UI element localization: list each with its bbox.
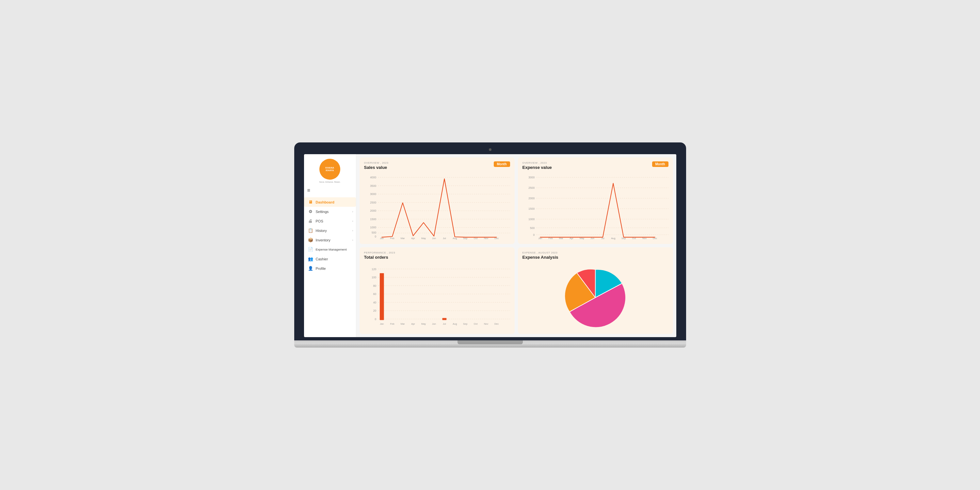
svg-text:Sep: Sep bbox=[463, 323, 467, 325]
sidebar-item-cashier[interactable]: 👥 Cashier bbox=[304, 254, 356, 264]
orders-chart-meta: PERFORMANCE , 2023 bbox=[364, 251, 395, 254]
svg-text:Dec: Dec bbox=[494, 323, 499, 325]
expense-analysis-header: EXPENSE , AUGUST 2023 Expense Analysis bbox=[522, 251, 668, 260]
pos-icon: 🖨 bbox=[308, 218, 313, 223]
svg-text:2500: 2500 bbox=[528, 186, 535, 189]
sidebar-item-label: Expense Management bbox=[316, 248, 347, 251]
svg-text:0: 0 bbox=[375, 235, 376, 238]
orders-chart-title: Total orders bbox=[364, 255, 395, 260]
svg-text:0: 0 bbox=[533, 233, 535, 237]
svg-text:Feb: Feb bbox=[390, 323, 394, 325]
expense-chart-meta: OVERVIEW , 2023 bbox=[522, 161, 552, 164]
expense-pie-chart-svg bbox=[563, 265, 628, 330]
chevron-right-icon: › bbox=[352, 239, 353, 242]
svg-text:100: 100 bbox=[372, 276, 376, 279]
cashier-icon: 👥 bbox=[308, 256, 313, 261]
expense-analysis-card: EXPENSE , AUGUST 2023 Expense Analysis bbox=[518, 247, 673, 334]
main-content: OVERVIEW , 2023 Sales value Month bbox=[356, 154, 676, 337]
svg-text:1000: 1000 bbox=[528, 218, 535, 221]
svg-text:May: May bbox=[421, 237, 425, 240]
svg-text:500: 500 bbox=[372, 231, 376, 234]
dashboard-icon: 🖥 bbox=[308, 200, 313, 205]
sidebar-item-label: Settings bbox=[316, 210, 329, 214]
svg-text:60: 60 bbox=[373, 293, 376, 296]
sidebar-item-label: Profile bbox=[316, 267, 326, 270]
expense-analysis-meta: EXPENSE , AUGUST 2023 bbox=[522, 251, 558, 254]
svg-text:2000: 2000 bbox=[370, 209, 376, 212]
svg-text:2000: 2000 bbox=[528, 197, 535, 200]
sidebar-item-inventory[interactable]: 📦 Inventory › bbox=[304, 235, 356, 245]
svg-text:Apr: Apr bbox=[411, 323, 415, 325]
svg-text:0: 0 bbox=[375, 318, 376, 321]
sales-line-chart-svg: 4000 3500 3000 2500 2000 1500 1000 500 0 bbox=[364, 172, 510, 242]
svg-text:Feb: Feb bbox=[390, 237, 394, 240]
svg-text:3000: 3000 bbox=[528, 176, 535, 179]
chevron-right-icon: › bbox=[352, 220, 353, 223]
svg-text:Jun: Jun bbox=[432, 237, 436, 240]
settings-icon: ⚙ bbox=[308, 209, 313, 214]
pie-chart-container bbox=[522, 264, 668, 331]
svg-text:May: May bbox=[421, 323, 425, 325]
expense-chart-header: OVERVIEW , 2023 Expense value Month bbox=[522, 161, 668, 170]
svg-text:500: 500 bbox=[530, 226, 535, 230]
sales-chart-title: Sales value bbox=[364, 165, 388, 170]
svg-text:Aug: Aug bbox=[453, 237, 457, 240]
chevron-right-icon: › bbox=[352, 229, 353, 232]
orders-chart-area: 120 100 80 60 40 20 0 Jan Feb Mar bbox=[364, 262, 510, 331]
sidebar-item-dashboard[interactable]: 🖥 Dashboard bbox=[304, 197, 356, 207]
laptop-base bbox=[294, 340, 686, 348]
expense-month-button[interactable]: Month bbox=[652, 161, 668, 167]
sales-chart-meta: OVERVIEW , 2023 bbox=[364, 161, 388, 164]
sidebar-item-pos[interactable]: 🖨 POS › bbox=[304, 216, 356, 226]
svg-text:Apr: Apr bbox=[411, 237, 415, 240]
svg-text:20: 20 bbox=[373, 309, 376, 312]
sidebar-item-label: POS bbox=[316, 219, 323, 223]
camera bbox=[489, 148, 492, 151]
sales-chart-header: OVERVIEW , 2023 Sales value Month bbox=[364, 161, 510, 170]
svg-text:Nov: Nov bbox=[484, 323, 488, 325]
sales-chart-card: OVERVIEW , 2023 Sales value Month bbox=[360, 158, 515, 244]
sales-chart-area: 4000 3500 3000 2500 2000 1500 1000 500 0 bbox=[364, 172, 510, 242]
expense-chart-area: 3000 2500 2000 1500 1000 500 0 Jan Feb bbox=[522, 172, 668, 242]
expense-analysis-title: Expense Analysis bbox=[522, 255, 558, 260]
orders-chart-card: PERFORMANCE , 2023 Total orders bbox=[360, 247, 515, 334]
expense-icon: 📄 bbox=[308, 247, 313, 252]
svg-text:Oct: Oct bbox=[474, 323, 478, 325]
hamburger-icon[interactable]: ≡ bbox=[304, 186, 356, 195]
profile-icon: 👤 bbox=[308, 266, 313, 271]
sidebar-item-history[interactable]: 📋 History › bbox=[304, 226, 356, 235]
history-icon: 📋 bbox=[308, 228, 313, 233]
orders-chart-header: PERFORMANCE , 2023 Total orders bbox=[364, 251, 510, 260]
expense-line-chart-svg: 3000 2500 2000 1500 1000 500 0 Jan Feb bbox=[522, 172, 668, 242]
svg-text:Jul: Jul bbox=[443, 237, 446, 240]
svg-text:40: 40 bbox=[373, 301, 376, 304]
chevron-right-icon: › bbox=[352, 210, 353, 213]
sidebar-item-expense-management[interactable]: 📄 Expense Management bbox=[304, 245, 356, 254]
logo[interactable]: KHANA KHAYA bbox=[319, 159, 340, 180]
laptop: KHANA KHAYA Serve. Enhance. Retain. ≡ 🖥 … bbox=[294, 142, 686, 348]
sidebar-item-label: History bbox=[316, 229, 327, 232]
sidebar-item-profile[interactable]: 👤 Profile bbox=[304, 264, 356, 273]
svg-rect-81 bbox=[379, 273, 384, 320]
svg-text:Jan: Jan bbox=[380, 323, 384, 325]
sidebar-item-label: Dashboard bbox=[316, 200, 334, 204]
sidebar-item-label: Inventory bbox=[316, 238, 331, 242]
sidebar-item-label: Cashier bbox=[316, 257, 328, 261]
svg-text:1000: 1000 bbox=[370, 226, 376, 229]
screen-bezel: KHANA KHAYA Serve. Enhance. Retain. ≡ 🖥 … bbox=[294, 142, 686, 340]
svg-text:80: 80 bbox=[373, 284, 376, 288]
svg-text:Mar: Mar bbox=[400, 323, 405, 325]
svg-text:Aug: Aug bbox=[453, 323, 457, 325]
expense-chart-title: Expense value bbox=[522, 165, 552, 170]
sidebar: KHANA KHAYA Serve. Enhance. Retain. ≡ 🖥 … bbox=[304, 154, 356, 337]
inventory-icon: 📦 bbox=[308, 237, 313, 242]
charts-bottom-row: PERFORMANCE , 2023 Total orders bbox=[356, 247, 676, 337]
svg-text:120: 120 bbox=[372, 267, 376, 271]
sidebar-item-settings[interactable]: ⚙ Settings › bbox=[304, 207, 356, 216]
sales-month-button[interactable]: Month bbox=[494, 161, 510, 167]
screen: KHANA KHAYA Serve. Enhance. Retain. ≡ 🖥 … bbox=[304, 154, 676, 337]
svg-text:1500: 1500 bbox=[370, 218, 376, 221]
charts-top-row: OVERVIEW , 2023 Sales value Month bbox=[356, 154, 676, 247]
svg-text:1500: 1500 bbox=[528, 207, 535, 210]
svg-rect-82 bbox=[442, 318, 446, 320]
